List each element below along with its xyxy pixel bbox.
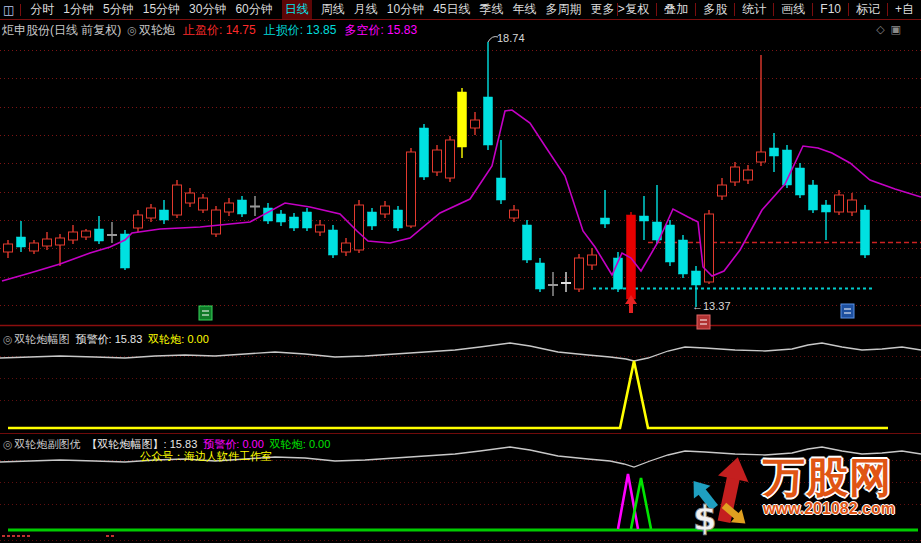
period-tab[interactable]: 5分钟: [103, 1, 134, 18]
mid-alert-price: 预警价: 15.83: [76, 333, 143, 345]
tool-menu-item[interactable]: 统计: [734, 3, 773, 16]
period-tab[interactable]: 10分钟: [387, 1, 424, 18]
high-price-annotation: 18.74: [497, 32, 525, 44]
period-tab[interactable]: 周线: [321, 1, 345, 18]
diamond-icon: ◇: [876, 23, 890, 35]
watermark-site-name: 万股网: [763, 456, 895, 500]
mid-panel-header: ◎双轮炮幅图预警价: 15.83双轮炮: 0.00: [3, 332, 209, 347]
site-watermark: $ 万股网 www.201082.com: [683, 456, 919, 538]
left-arrow-icon: ←: [692, 300, 703, 312]
tool-menu-item[interactable]: 画线: [773, 3, 812, 16]
period-tab[interactable]: 月线: [354, 1, 378, 18]
period-tab[interactable]: 30分钟: [189, 1, 226, 18]
low-price-annotation: ←13.37: [692, 300, 731, 312]
period-tab[interactable]: 分时: [30, 1, 54, 18]
period-tab[interactable]: 日线: [282, 0, 312, 19]
bottom-indicator-value: 双轮炮: 0.00: [270, 438, 331, 450]
tool-menu-item[interactable]: 多股: [695, 3, 734, 16]
stock-app-window: ◫ 分时1分钟5分钟15分钟30分钟60分钟日线周线月线10分钟45日线季线年线…: [0, 0, 921, 543]
info-bar: 炬申股份(日线 前复权) ◎双轮炮 止盈价: 14.75 止损价: 13.85 …: [0, 21, 921, 39]
chevron-circle-icon: ◎: [127, 24, 137, 36]
period-tab[interactable]: 多周期: [546, 1, 582, 18]
window-icon[interactable]: ◫: [3, 4, 21, 16]
stop-loss-value: 止损价: 13.85: [264, 22, 337, 39]
period-tab[interactable]: 15分钟: [143, 1, 180, 18]
mid-panel-title: 双轮炮幅图: [15, 333, 70, 345]
tool-menu-item[interactable]: 叠加: [656, 3, 695, 16]
wanguwang-logo-icon: $: [683, 456, 761, 538]
long-short-value: 多空价: 15.83: [344, 22, 417, 39]
period-tab[interactable]: 季线: [480, 1, 504, 18]
indicator-selector[interactable]: ◎双轮炮: [127, 22, 175, 39]
period-tabs: 分时1分钟5分钟15分钟30分钟60分钟日线周线月线10分钟45日线季线年线多周…: [26, 0, 625, 19]
tool-menu-item[interactable]: 复权: [617, 3, 656, 16]
period-toolbar: ◫ 分时1分钟5分钟15分钟30分钟60分钟日线周线月线10分钟45日线季线年线…: [0, 0, 921, 20]
chevron-circle-icon[interactable]: ◎: [3, 438, 13, 450]
svg-text:$: $: [693, 498, 717, 538]
period-tab[interactable]: 1分钟: [63, 1, 94, 18]
period-tab[interactable]: 60分钟: [235, 1, 272, 18]
tool-menu: 复权叠加多股统计画线F10标记+自: [617, 0, 921, 18]
stock-title: 炬申股份(日线 前复权): [2, 22, 121, 39]
period-tab[interactable]: 45日线: [433, 1, 470, 18]
layout-icon: ▣: [891, 23, 907, 35]
wechat-note: 公众号：海边人软件工作室: [140, 449, 272, 464]
indicator-name: 双轮炮: [139, 23, 175, 37]
tool-menu-item[interactable]: 标记: [848, 3, 887, 16]
period-tab[interactable]: 年线: [513, 1, 537, 18]
stop-profit-value: 止盈价: 14.75: [183, 22, 256, 39]
mid-indicator-value: 双轮炮: 0.00: [148, 333, 209, 345]
chart-layout-icons[interactable]: ◇▣: [876, 23, 907, 36]
bottom-panel-title: 双轮炮副图优: [15, 438, 81, 450]
chevron-circle-icon[interactable]: ◎: [3, 333, 13, 345]
watermark-site-url: www.201082.com: [763, 500, 895, 518]
tool-menu-item[interactable]: F10: [812, 3, 848, 16]
tool-menu-item[interactable]: +自: [887, 3, 921, 16]
